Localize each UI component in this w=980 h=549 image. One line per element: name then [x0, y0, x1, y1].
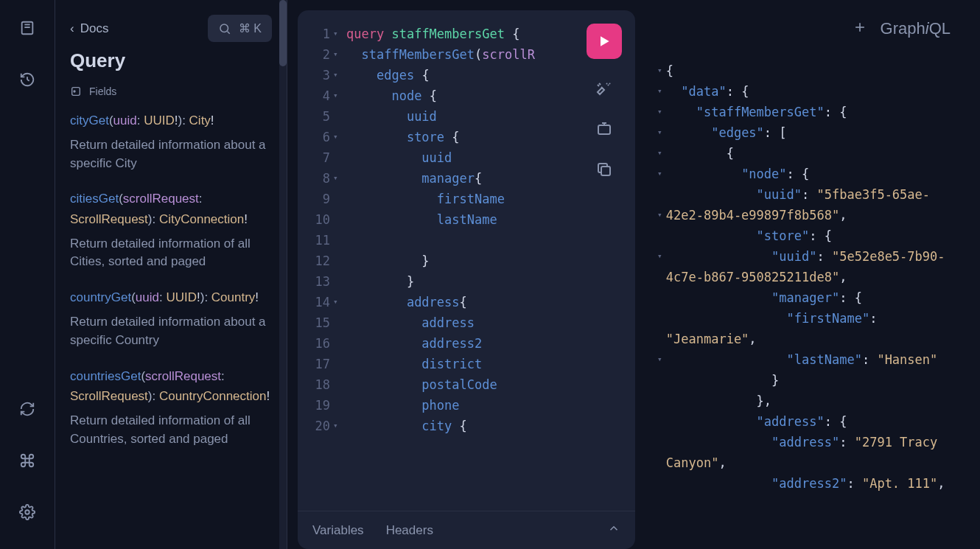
field-entry[interactable]: countriesGet(scrollRequest: ScrollReques…: [70, 366, 287, 449]
left-rail: [0, 0, 55, 549]
copy-icon[interactable]: [595, 161, 613, 178]
prettify-icon[interactable]: [595, 81, 613, 99]
docs-title: Query: [70, 49, 287, 72]
svg-rect-11: [598, 125, 610, 134]
main-area: 1234567891011121314151617181920 ▾▾▾▾ ▾ ▾…: [287, 0, 980, 549]
editor-toolbar: [587, 24, 622, 178]
svg-line-4: [27, 80, 29, 81]
tab-headers[interactable]: Headers: [386, 523, 433, 538]
docs-scrollbar[interactable]: [279, 0, 287, 549]
svg-rect-8: [72, 88, 80, 96]
field-entry[interactable]: cityGet(uuid: UUID!): City!Return detail…: [70, 111, 287, 172]
book-icon[interactable]: [13, 13, 42, 43]
play-icon: [597, 34, 612, 49]
code-body[interactable]: query staffMembersGet { staffMembersGet(…: [346, 24, 535, 436]
execute-button[interactable]: [587, 24, 622, 59]
svg-line-7: [227, 31, 229, 33]
search-input[interactable]: ⌘ K: [208, 15, 272, 42]
svg-point-9: [74, 91, 75, 92]
history-icon[interactable]: [13, 65, 42, 94]
command-icon[interactable]: [13, 446, 42, 475]
code-editor[interactable]: 1234567891011121314151617181920 ▾▾▾▾ ▾ ▾…: [298, 10, 635, 511]
brand-logo: GraphiQL: [881, 19, 951, 38]
result-code: { "data": { "staffMembersGet": { "edges"…: [666, 60, 967, 549]
query-editor: 1234567891011121314151617181920 ▾▾▾▾ ▾ ▾…: [298, 10, 635, 549]
fields-label: Fields: [89, 85, 116, 97]
svg-rect-14: [601, 167, 610, 175]
svg-point-5: [25, 510, 29, 514]
docs-back-button[interactable]: ‹ Docs: [70, 21, 108, 36]
fold-gutter[interactable]: ▾▾▾▾ ▾ ▾ ▾ ▾: [333, 24, 346, 436]
field-entry[interactable]: citiesGet(scrollRequest: ScrollRequest):…: [70, 189, 287, 271]
add-tab-button[interactable]: [853, 20, 867, 38]
result-fold-gutter[interactable]: ▾▾▾▾▾▾ ▾ ▾ ▾: [657, 60, 666, 549]
chevron-up-icon[interactable]: [607, 522, 620, 539]
search-icon: [218, 22, 231, 35]
editor-tabs: Variables Headers: [298, 511, 635, 549]
fields-header: Fields: [70, 85, 287, 97]
result-panel: GraphiQL ▾▾▾▾▾▾ ▾ ▾ ▾ { "data": { "staff…: [635, 10, 967, 549]
search-shortcut: ⌘ K: [239, 21, 262, 35]
chevron-left-icon: ‹: [70, 21, 74, 36]
fields-icon: [70, 85, 82, 97]
field-entry[interactable]: countryGet(uuid: UUID!): Country!Return …: [70, 287, 287, 349]
gear-icon[interactable]: [13, 497, 42, 527]
line-gutter: 1234567891011121314151617181920: [298, 24, 333, 436]
tab-variables[interactable]: Variables: [312, 523, 364, 538]
refresh-icon[interactable]: [13, 394, 42, 424]
docs-panel: ‹ Docs ⌘ K Query Fields cityGet(uuid: UU…: [55, 0, 287, 549]
svg-point-6: [220, 24, 228, 32]
docs-back-label: Docs: [80, 21, 109, 36]
svg-marker-10: [601, 36, 609, 46]
result-body[interactable]: ▾▾▾▾▾▾ ▾ ▾ ▾ { "data": { "staffMembersGe…: [657, 60, 967, 549]
merge-icon[interactable]: [595, 121, 613, 139]
fields-list: cityGet(uuid: UUID!): City!Return detail…: [70, 111, 287, 448]
